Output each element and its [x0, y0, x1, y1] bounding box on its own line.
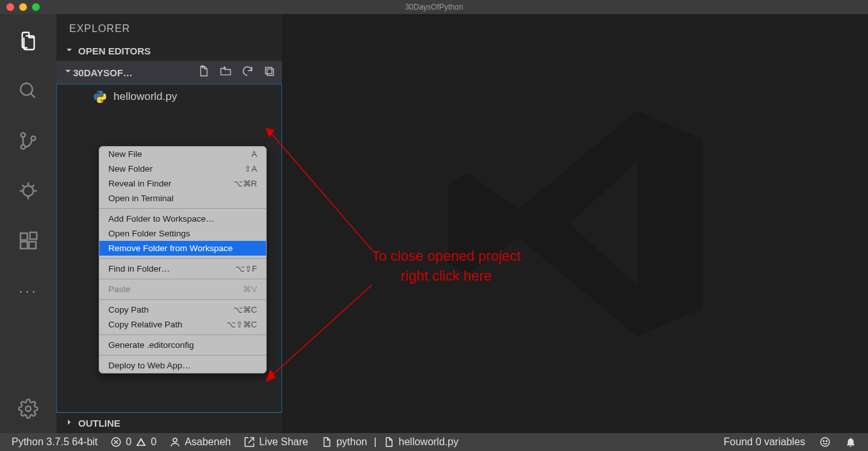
context-menu-item[interactable]: Add Folder to Workspace…: [99, 211, 266, 226]
context-menu-item[interactable]: New FileA: [99, 147, 266, 161]
outline-section[interactable]: OUTLINE: [56, 413, 282, 433]
svg-line-10: [22, 185, 25, 188]
title-bar: 30DaysOfPython: [0, 0, 868, 14]
menu-separator: [99, 279, 266, 279]
svg-marker-26: [265, 369, 276, 382]
maximize-window-button[interactable]: [32, 3, 40, 11]
warning-icon: [135, 436, 147, 448]
svg-point-0: [21, 83, 33, 95]
svg-line-25: [271, 285, 372, 377]
search-icon[interactable]: [13, 76, 44, 106]
context-menu-item[interactable]: Find in Folder…⌥⇧F: [99, 261, 266, 276]
workspace-section[interactable]: 30DAYSOF…: [56, 61, 282, 84]
context-menu-item[interactable]: Deploy to Web App…: [99, 358, 266, 373]
svg-point-32: [823, 441, 824, 442]
menu-separator: [99, 258, 266, 259]
sidebar-title: EXPLORER: [56, 14, 282, 41]
workspace-label: 30DAYSOF…: [73, 67, 133, 78]
source-control-icon[interactable]: [13, 126, 44, 156]
svg-rect-12: [21, 233, 28, 240]
chevron-down-icon: [64, 45, 74, 57]
status-variables[interactable]: Found 0 variables: [724, 436, 805, 448]
more-icon[interactable]: ···: [13, 275, 44, 306]
file-icon: [321, 436, 333, 448]
person-icon: [169, 436, 181, 448]
chevron-down-icon: [63, 66, 73, 79]
minimize-window-button[interactable]: [19, 3, 27, 11]
svg-line-23: [271, 133, 372, 250]
file-item[interactable]: helloworld.py: [57, 85, 281, 109]
svg-point-30: [173, 438, 177, 442]
feedback-icon[interactable]: [819, 436, 831, 448]
context-menu-item[interactable]: Generate .editorconfig: [99, 338, 266, 352]
annotation-arrow-up: [263, 125, 378, 253]
svg-rect-22: [267, 69, 274, 76]
context-menu-item[interactable]: Open Folder Settings: [99, 226, 266, 241]
menu-separator: [99, 208, 266, 209]
svg-point-33: [826, 441, 828, 442]
window-title: 30DaysOfPython: [405, 3, 463, 12]
svg-point-4: [31, 136, 36, 141]
outline-label: OUTLINE: [78, 418, 121, 429]
menu-separator: [99, 299, 266, 300]
svg-point-2: [21, 133, 26, 137]
status-language[interactable]: python | helloworld.py: [321, 436, 458, 448]
debug-icon[interactable]: [13, 176, 44, 206]
context-menu-item[interactable]: New Folder⇧A: [99, 161, 266, 176]
context-menu-item[interactable]: Reveal in Finder⌥⌘R: [99, 176, 266, 191]
context-menu-item[interactable]: Copy Path⌥⌘C: [99, 302, 266, 317]
window-controls: [0, 3, 40, 11]
context-menu-item[interactable]: Open in Terminal: [99, 191, 266, 206]
activity-bar: ···: [0, 14, 56, 433]
svg-point-31: [821, 438, 830, 447]
close-window-button[interactable]: [6, 3, 14, 11]
refresh-icon[interactable]: [241, 65, 254, 80]
menu-separator: [99, 334, 266, 335]
error-icon: [110, 436, 122, 448]
status-python[interactable]: Python 3.7.5 64-bit: [12, 436, 97, 448]
vscode-logo-watermark: [434, 83, 716, 365]
open-editors-section[interactable]: OPEN EDITORS: [56, 41, 282, 61]
extensions-icon[interactable]: [13, 226, 44, 256]
new-folder-icon[interactable]: [219, 65, 232, 80]
file-icon: [383, 436, 395, 448]
svg-point-3: [21, 145, 26, 149]
svg-rect-14: [29, 242, 36, 249]
annotation-text: To close opened project right click here: [372, 247, 521, 286]
collapse-all-icon[interactable]: [263, 65, 276, 80]
status-problems[interactable]: 0 0: [110, 436, 156, 448]
context-menu-item: Paste⌘V: [99, 282, 266, 297]
context-menu-item[interactable]: Copy Relative Path⌥⇧⌘C: [99, 317, 266, 332]
file-name: helloworld.py: [113, 90, 177, 103]
svg-rect-15: [30, 233, 37, 240]
open-editors-label: OPEN EDITORS: [78, 45, 151, 56]
status-user[interactable]: Asabeneh: [169, 436, 231, 448]
settings-gear-icon[interactable]: [13, 393, 44, 424]
chevron-right-icon: [64, 417, 74, 429]
svg-rect-13: [21, 242, 28, 249]
workspace-actions: [197, 65, 276, 80]
status-live-share[interactable]: Live Share: [244, 436, 308, 448]
svg-rect-21: [265, 67, 272, 74]
annotation-arrow-down: [263, 282, 378, 384]
explorer-icon[interactable]: [13, 26, 44, 56]
new-file-icon[interactable]: [197, 65, 210, 80]
menu-separator: [99, 355, 266, 356]
status-bar: Python 3.7.5 64-bit 0 0 Asabeneh Live Sh…: [0, 433, 868, 451]
context-menu: New FileANew Folder⇧AReveal in Finder⌥⌘R…: [99, 146, 267, 373]
svg-line-1: [31, 94, 35, 98]
notifications-bell-icon[interactable]: [845, 436, 856, 448]
svg-point-16: [26, 406, 31, 411]
context-menu-item[interactable]: Remove Folder from Workspace: [99, 241, 266, 256]
svg-line-11: [31, 185, 34, 188]
live-share-icon: [244, 436, 255, 448]
python-file-icon: [93, 90, 107, 104]
